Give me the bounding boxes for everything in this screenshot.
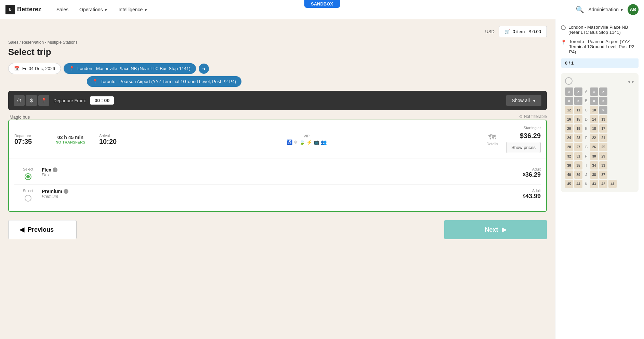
seat-x4[interactable]: × xyxy=(599,87,607,96)
previous-button[interactable]: ◀ Previous xyxy=(8,220,77,239)
seat-x8[interactable]: × xyxy=(599,97,607,105)
seat-14[interactable]: 14 xyxy=(590,115,598,123)
seat-16[interactable]: 16 xyxy=(565,115,573,123)
sort-location-icon[interactable]: 📍 xyxy=(38,95,49,106)
sort-time-icon[interactable]: ⏱ xyxy=(14,95,25,106)
seat-13[interactable]: 13 xyxy=(599,115,607,123)
seat-20[interactable]: 20 xyxy=(565,124,573,133)
destination-pin-icon: 📍 xyxy=(561,40,566,45)
seat-45[interactable]: 45 xyxy=(565,180,573,188)
seat-24[interactable]: 24 xyxy=(565,134,573,142)
right-panel-origin: London - Masonville Place NB (Near LTC B… xyxy=(561,25,639,35)
details-section[interactable]: 🗺 Details xyxy=(487,133,498,146)
seat-44[interactable]: 44 xyxy=(574,180,582,188)
seat-x3[interactable]: × xyxy=(590,87,598,96)
premium-radio-unselected[interactable] xyxy=(25,195,31,202)
seat-row-7: 28 27 G 26 25 xyxy=(565,143,634,151)
trip-duration-block: 02 h 45 min NO TRANSFERS xyxy=(50,135,91,144)
power-icon: ⚡ xyxy=(306,139,312,145)
search-icon[interactable]: 🔍 xyxy=(576,5,584,14)
seat-x6[interactable]: × xyxy=(574,97,582,105)
seat-28[interactable]: 28 xyxy=(565,143,573,151)
seat-34[interactable]: 34 xyxy=(590,161,598,170)
cart-button[interactable]: 🛒 0 item - $ 0.00 xyxy=(499,26,547,37)
seat-12[interactable]: 12 xyxy=(565,106,573,114)
origin-selector[interactable]: 📍 London - Masonville Place NB (Near LTC… xyxy=(64,63,196,74)
snow-icon: ❄ xyxy=(294,139,298,145)
show-all-chevron-icon xyxy=(533,98,536,103)
left-content: USD 🛒 0 item - $ 0.00 Sales / Reservatio… xyxy=(0,19,555,339)
show-all-button[interactable]: Show all xyxy=(506,95,541,106)
seat-x7[interactable]: × xyxy=(590,97,598,105)
seat-22[interactable]: 22 xyxy=(590,134,598,142)
seat-21[interactable]: 21 xyxy=(599,134,607,142)
seat-29[interactable]: 29 xyxy=(599,152,607,160)
main-layout: USD 🛒 0 item - $ 0.00 Sales / Reservatio… xyxy=(0,19,644,339)
seat-30[interactable]: 30 xyxy=(590,152,598,160)
origin-dot-icon xyxy=(561,25,566,30)
show-prices-button[interactable]: Show prices xyxy=(506,142,541,153)
logo[interactable]: B Betterez xyxy=(5,5,41,14)
vip-icons: ♿ ❄ 🍃 ⚡ 📺 👥 xyxy=(287,139,327,145)
seat-19[interactable]: 19 xyxy=(574,124,582,133)
next-button[interactable]: Next ▶ xyxy=(444,220,547,239)
seat-41[interactable]: 41 xyxy=(608,180,617,188)
seat-grid: × × A × × × × B × × 12 11 xyxy=(565,87,634,188)
fare-row-flex: Select Flex i Flex Adult xyxy=(14,163,541,185)
avatar[interactable]: AB xyxy=(628,4,639,15)
flex-info-icon[interactable]: i xyxy=(53,167,57,172)
seat-39[interactable]: 39 xyxy=(574,171,582,179)
seat-37[interactable]: 37 xyxy=(599,171,607,179)
seat-32[interactable]: 32 xyxy=(565,152,573,160)
seat-23[interactable]: 23 xyxy=(574,134,582,142)
seat-38[interactable]: 38 xyxy=(590,171,598,179)
seat-36[interactable]: 36 xyxy=(565,161,573,170)
seat-26[interactable]: 26 xyxy=(590,143,598,151)
sort-price-icon[interactable]: $ xyxy=(26,95,37,106)
seat-33[interactable]: 33 xyxy=(599,161,607,170)
seat-27[interactable]: 27 xyxy=(574,143,582,151)
seat-right-icon[interactable] xyxy=(632,78,634,84)
nav-operations[interactable]: Operations xyxy=(75,4,111,15)
seat-10[interactable]: 10 xyxy=(590,106,598,114)
origin-pin-icon: 📍 xyxy=(69,66,75,71)
seat-x5[interactable]: × xyxy=(565,97,573,105)
operations-chevron-icon xyxy=(104,7,108,12)
seat-cx1[interactable]: × xyxy=(599,106,607,114)
seat-left-icon[interactable] xyxy=(628,78,630,84)
flex-radio-selected[interactable] xyxy=(25,173,31,180)
destination-selector[interactable]: 📍 Toronto - Pearson Airport (YYZ Termina… xyxy=(87,76,241,87)
breadcrumb: Sales / Reservation - Multiple Stations xyxy=(8,40,547,45)
leaf-icon: 🍃 xyxy=(299,139,305,145)
seat-15[interactable]: 15 xyxy=(574,115,582,123)
seat-43[interactable]: 43 xyxy=(590,180,598,188)
nav-sales[interactable]: Sales xyxy=(52,4,73,15)
seat-35[interactable]: 35 xyxy=(574,161,582,170)
cart-icon: 🛒 xyxy=(504,29,510,34)
select-premium-col: Select xyxy=(14,189,42,202)
swap-direction-button[interactable]: ➜ xyxy=(199,64,209,74)
departure-time-input[interactable] xyxy=(90,96,114,105)
seat-row-10: 40 39 J 38 37 xyxy=(565,171,634,179)
seat-31[interactable]: 31 xyxy=(574,152,582,160)
seat-18[interactable]: 18 xyxy=(590,124,598,133)
seat-25[interactable]: 25 xyxy=(599,143,607,151)
nav-buttons: ◀ Previous Next ▶ xyxy=(8,220,547,239)
admin-chevron-icon xyxy=(620,7,623,12)
trip-card-header[interactable]: Departure 07:35 02 h 45 min NO TRANSFERS… xyxy=(9,120,546,159)
seat-row-3: 12 11 C 10 × xyxy=(565,106,634,114)
premium-info-icon[interactable]: i xyxy=(64,189,68,194)
cart-area: USD 🛒 0 item - $ 0.00 xyxy=(8,26,547,37)
seat-40[interactable]: 40 xyxy=(565,171,573,179)
seat-x1[interactable]: × xyxy=(565,87,573,96)
seat-11[interactable]: 11 xyxy=(574,106,582,114)
seat-42[interactable]: 42 xyxy=(599,180,607,188)
seat-nav-arrows[interactable] xyxy=(628,78,634,84)
top-navigation: B Betterez Sales Operations Intelligence… xyxy=(0,0,644,19)
date-selector[interactable]: 📅 Fri 04 Dec, 2026 xyxy=(8,63,61,74)
administration-menu[interactable]: Administration xyxy=(588,7,623,12)
seat-17[interactable]: 17 xyxy=(599,124,607,133)
seat-row-2: × × B × × xyxy=(565,97,634,105)
seat-x2[interactable]: × xyxy=(574,87,582,96)
nav-intelligence[interactable]: Intelligence xyxy=(114,4,152,15)
